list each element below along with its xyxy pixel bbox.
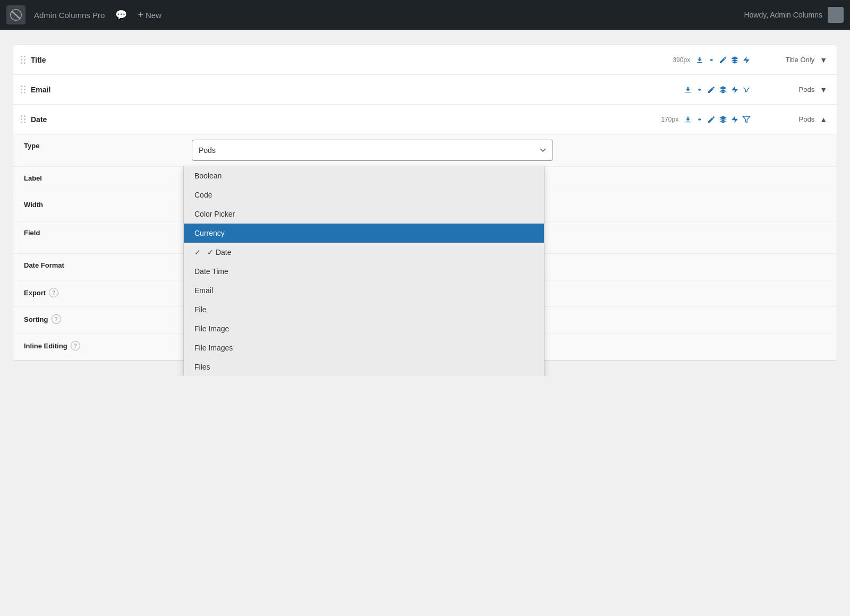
column-title-name: Title	[31, 56, 84, 64]
comment-icon[interactable]: 💬	[115, 9, 127, 21]
dropdown-item-files[interactable]: Files	[184, 357, 544, 376]
dropdown-item-date[interactable]: ✓ Date	[184, 243, 544, 262]
type-label: Type	[13, 134, 183, 157]
column-title-chevron[interactable]: ▼	[818, 55, 829, 65]
filter-icon-date[interactable]	[742, 115, 751, 124]
drag-handle-date[interactable]	[21, 115, 26, 123]
edit-icon-date[interactable]	[707, 115, 716, 124]
column-email-type: Pods	[761, 85, 814, 93]
inline-editing-label: Inline Editing ?	[13, 333, 183, 358]
lightning-icon-date[interactable]	[730, 115, 739, 124]
sort-icon-email[interactable]	[695, 85, 704, 94]
drag-handle-title[interactable]	[21, 56, 26, 64]
main-content: Title 390px	[0, 30, 850, 376]
width-label: Width	[13, 193, 183, 216]
download-icon-email[interactable]	[684, 85, 692, 94]
column-date-name: Date	[31, 115, 84, 124]
date-format-label: Date Format	[13, 254, 183, 277]
admin-bar: Admin Columns Pro 💬 + New Howdy, Admin C…	[0, 0, 850, 30]
export-help-icon[interactable]: ?	[49, 288, 58, 297]
sort-icon[interactable]	[707, 56, 716, 64]
dropdown-item-code[interactable]: Code	[184, 185, 544, 204]
plus-icon: +	[138, 10, 143, 21]
column-row-email: Email	[13, 75, 837, 105]
download-icon[interactable]	[695, 56, 704, 64]
edit-icon[interactable]	[719, 56, 727, 64]
form-row-type: Type Pods BooleanCodeColor PickerCurrenc…	[13, 134, 837, 167]
sorting-label: Sorting ?	[13, 307, 183, 331]
column-row-title: Title 390px	[13, 45, 837, 75]
dropdown-item-currency[interactable]: Currency	[184, 224, 544, 243]
column-date-width: 170px	[661, 116, 678, 123]
column-email-actions	[684, 85, 751, 94]
label-label: Label	[13, 167, 183, 190]
greeting-text: Howdy, Admin Columns	[744, 11, 822, 19]
type-value: Pods BooleanCodeColor PickerCurrency✓ Da…	[183, 134, 837, 166]
field-label: Field	[13, 221, 183, 244]
column-title-width: 390px	[673, 56, 690, 64]
layers-icon-email[interactable]	[719, 85, 727, 94]
sort-icon-date[interactable]	[695, 115, 704, 124]
columns-container: Title 390px	[13, 45, 837, 361]
wordpress-logo[interactable]	[6, 5, 26, 24]
export-label: Export ?	[13, 280, 183, 305]
lightning-icon[interactable]	[742, 56, 751, 64]
layers-icon[interactable]	[730, 56, 739, 64]
dropdown-item-file[interactable]: File	[184, 300, 544, 319]
drag-handle-email[interactable]	[21, 85, 26, 93]
new-label: New	[146, 11, 162, 20]
sorting-help-icon[interactable]: ?	[52, 314, 61, 324]
dropdown-item-date-time[interactable]: Date Time	[184, 262, 544, 281]
filter-icon-email[interactable]	[742, 85, 751, 94]
dropdown-item-color-picker[interactable]: Color Picker	[184, 204, 544, 224]
dropdown-item-email[interactable]: Email	[184, 281, 544, 300]
date-expanded-panel: Type Pods BooleanCodeColor PickerCurrenc…	[13, 134, 837, 361]
column-email-name: Email	[31, 85, 84, 94]
column-date-chevron[interactable]: ▲	[818, 114, 829, 125]
new-menu-item[interactable]: + New	[138, 10, 162, 21]
type-dropdown: BooleanCodeColor PickerCurrency✓ DateDat…	[183, 166, 545, 376]
dropdown-item-file-image[interactable]: File Image	[184, 319, 544, 338]
download-icon-date[interactable]	[684, 115, 692, 124]
adminbar-app-title: Admin Columns Pro	[34, 11, 105, 20]
column-title-actions: 390px	[673, 56, 751, 64]
layers-icon-date[interactable]	[719, 115, 727, 124]
adminbar-right: Howdy, Admin Columns	[744, 7, 844, 23]
column-email-chevron[interactable]: ▼	[818, 84, 829, 95]
column-date-actions: 170px	[661, 115, 751, 124]
inline-editing-help-icon[interactable]: ?	[71, 341, 80, 350]
lightning-icon-email[interactable]	[730, 85, 739, 94]
edit-icon-email[interactable]	[707, 85, 716, 94]
type-select[interactable]: Pods	[192, 140, 553, 161]
user-avatar[interactable]	[828, 7, 844, 23]
dropdown-item-file-images[interactable]: File Images	[184, 338, 544, 357]
column-title-type: Title Only	[761, 56, 814, 64]
column-date-type: Pods	[761, 115, 814, 123]
dropdown-item-boolean[interactable]: Boolean	[184, 166, 544, 185]
column-row-date: Date 170px	[13, 105, 837, 134]
